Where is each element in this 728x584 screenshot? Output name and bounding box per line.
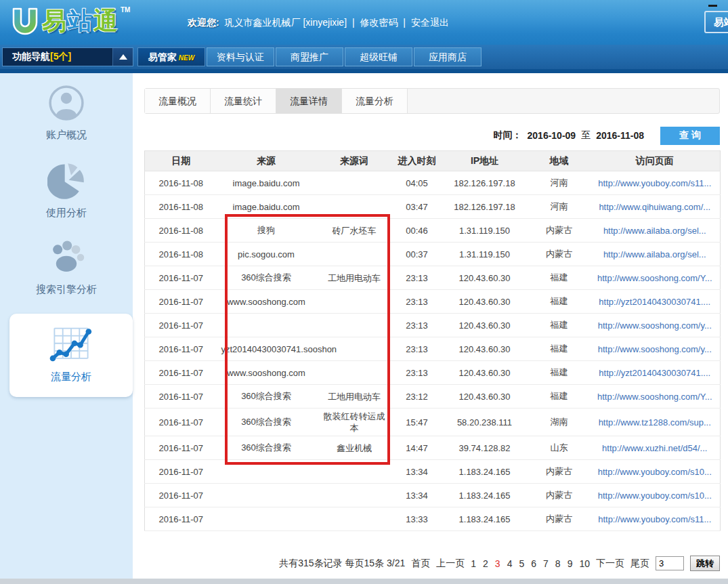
table-cell: image.baidu.com: [217, 171, 316, 195]
end-date-field[interactable]: 2016-11-08: [596, 130, 644, 141]
table-cell: 山东: [529, 436, 590, 460]
sidebar-item-traffic-analysis[interactable]: 流量分析: [9, 314, 133, 397]
table-cell: http://www.sooshong.com/y...: [590, 314, 721, 337]
nav-tab-chaoji[interactable]: 超级旺铺: [345, 47, 412, 66]
table-cell: 砖厂水坯车: [316, 219, 393, 243]
table-cell: yzt20140430030741.sooshon: [217, 337, 316, 361]
corner-button[interactable]: 易站: [704, 11, 728, 33]
table-cell: 23:13: [393, 361, 441, 385]
table-cell: 58.20.238.111: [441, 409, 529, 436]
visited-page-link[interactable]: http://www.youboy.com/s11...: [598, 178, 711, 188]
table-cell: 1.31.119.150: [441, 219, 529, 243]
table-row: 2016-11-0713:331.183.24.165内蒙古http://www…: [145, 507, 721, 531]
table-cell: [316, 195, 393, 219]
page-number-3[interactable]: 3: [495, 558, 500, 569]
page-number-8[interactable]: 8: [555, 558, 561, 569]
table-cell: 福建: [529, 266, 590, 290]
tab-traffic-analysis[interactable]: 流量分析: [342, 89, 408, 113]
sidebar-item-usage-analysis[interactable]: 使用分析: [0, 162, 133, 220]
start-date-field[interactable]: 2016-10-09: [528, 130, 576, 141]
nav-tab-label: 应用商店: [429, 51, 467, 62]
visited-page-link[interactable]: http://www.ailaba.org/sel...: [603, 226, 706, 236]
separator: |: [403, 17, 406, 28]
tab-traffic-details[interactable]: 流量详情: [276, 89, 342, 113]
visited-page-link[interactable]: http://www.youboy.com/s10...: [598, 491, 712, 501]
table-cell: [217, 507, 316, 531]
minimize-dash-icon[interactable]: [708, 5, 717, 7]
table-row: 2016-11-0713:341.183.24.165内蒙古http://www…: [145, 460, 721, 484]
table-cell: www.sooshong.com: [217, 361, 316, 385]
nav-tab-shangmeng[interactable]: 商盟推广: [276, 47, 343, 66]
table-cell: 39.74.128.82: [441, 436, 529, 460]
table-cell: [217, 460, 316, 484]
table-cell: www.sooshong.com: [217, 290, 316, 314]
nav-tab-yingyong[interactable]: 应用商店: [414, 47, 481, 66]
table-cell: 福建: [529, 290, 590, 314]
sidebar-item-label: 使用分析: [0, 207, 133, 220]
table-cell: http://yzt20140430030741....: [590, 290, 721, 314]
visited-page-link[interactable]: http://yzt20140430030741....: [599, 297, 710, 307]
tab-traffic-overview[interactable]: 流量概况: [145, 89, 211, 113]
jump-page-input[interactable]: [656, 556, 684, 570]
table-cell: 2016-11-07: [145, 314, 217, 337]
sidebar-item-search-engine-analysis[interactable]: 搜索引擎分析: [0, 238, 133, 296]
page-number-2[interactable]: 2: [483, 558, 488, 569]
page-number-6[interactable]: 6: [531, 558, 536, 569]
column-header: 地域: [529, 151, 590, 171]
function-nav-dropdown[interactable]: 功能导航[5个]: [2, 47, 133, 66]
jump-button[interactable]: 跳转: [690, 556, 720, 571]
dropdown-arrow-box[interactable]: [112, 48, 133, 66]
change-password-link[interactable]: 修改密码: [360, 17, 398, 28]
nav-tab-yiguanjia[interactable]: 易管家NEW: [137, 47, 205, 66]
table-cell: 工地用电动车: [316, 266, 393, 290]
next-page-link[interactable]: 下一页: [596, 558, 624, 570]
pie-chart-icon: [47, 162, 85, 200]
record-summary: 共有315条记录 每页15条 3/21: [279, 558, 405, 570]
visited-page-link[interactable]: http://yzt20140430030741....: [599, 368, 710, 378]
page-number-4[interactable]: 4: [507, 558, 513, 569]
table-header-row: 日期来源来源词进入时刻IP地址地域访问页面: [145, 151, 721, 171]
table-row: 2016-11-08pic.sogou.com00:371.31.119.150…: [145, 243, 721, 266]
visited-page-link[interactable]: http://www.sooshong.com/Y...: [597, 273, 712, 283]
table-cell: http://www.xuzhi.net/d54/...: [590, 436, 721, 460]
visited-page-link[interactable]: http://www.sooshong.com/Y...: [597, 392, 712, 402]
visited-page-link[interactable]: http://www.ailaba.org/sel...: [603, 249, 706, 259]
table-cell: 2016-11-07: [145, 266, 217, 290]
table-cell: 鑫业机械: [316, 436, 393, 460]
logo-u-icon: [8, 5, 42, 39]
visited-page-link[interactable]: http://www.qihuiwang.com/...: [599, 202, 710, 212]
nav-tab-ziliao[interactable]: 资料与认证: [207, 47, 274, 66]
visited-page-link[interactable]: http://www.xuzhi.net/d54/...: [602, 443, 707, 453]
table-cell: 内蒙古: [529, 243, 590, 266]
page-number-5[interactable]: 5: [519, 558, 524, 569]
table-row: 2016-11-07www.sooshong.com23:13120.43.60…: [145, 290, 721, 314]
logout-link[interactable]: 安全退出: [411, 17, 449, 28]
visited-page-link[interactable]: http://www.youboy.com/s11...: [598, 514, 711, 524]
visited-page-link[interactable]: http://www.sooshong.com/y...: [598, 344, 712, 354]
page-number-9[interactable]: 9: [568, 558, 573, 569]
visited-page-link[interactable]: http://www.tz1288.com/sup...: [599, 417, 711, 427]
first-page-link[interactable]: 首页: [411, 558, 430, 570]
traffic-table: 日期来源来源词进入时刻IP地址地域访问页面 2016-11-08image.ba…: [144, 150, 721, 531]
table-cell: 内蒙古: [529, 460, 590, 484]
visited-page-link[interactable]: http://www.sooshong.com/y...: [598, 320, 712, 331]
table-cell: 河南: [529, 171, 590, 195]
sidebar-item-account-overview[interactable]: 账户概况: [0, 73, 133, 142]
triangle-up-icon: [119, 54, 127, 60]
last-page-link[interactable]: 尾页: [630, 558, 649, 570]
table-cell: 360综合搜索: [217, 409, 316, 436]
prev-page-link[interactable]: 上一页: [436, 558, 465, 570]
visited-page-link[interactable]: http://www.youboy.com/s10...: [598, 467, 712, 477]
user-icon: [47, 84, 85, 122]
page-number-10[interactable]: 10: [579, 558, 590, 569]
table-cell: http://www.sooshong.com/Y...: [590, 385, 721, 409]
query-button[interactable]: 查 询: [660, 127, 720, 145]
table-cell: 福建: [529, 314, 590, 337]
tab-traffic-stats[interactable]: 流量统计: [211, 89, 276, 113]
table-cell: 23:12: [393, 385, 441, 409]
logo-tm: TM: [121, 5, 130, 15]
page-number-7[interactable]: 7: [543, 558, 549, 569]
page-number-1[interactable]: 1: [471, 558, 476, 569]
logo: 易站通 TM: [8, 5, 130, 39]
table-cell: 工地用电动车: [316, 385, 393, 409]
